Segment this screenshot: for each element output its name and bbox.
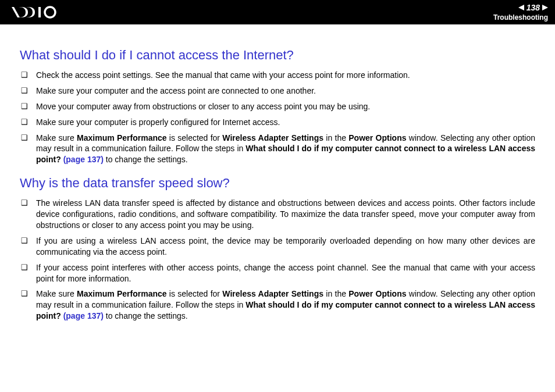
text: in the	[323, 289, 348, 298]
list-item: Make sure Maximum Performance is selecte…	[20, 133, 535, 166]
vaio-logo	[12, 6, 64, 19]
text: to change the settings.	[104, 311, 188, 320]
list-item: Move your computer away from obstruction…	[20, 101, 535, 112]
list-item: If you are using a wireless LAN access p…	[20, 236, 535, 258]
answer-list-2: The wireless LAN data transfer speed is …	[20, 198, 535, 322]
page-link[interactable]: (page 137)	[63, 311, 104, 320]
text: in the	[323, 133, 348, 142]
page-navigation: 138	[518, 3, 548, 12]
bold-text: Wireless Adapter Settings	[222, 289, 323, 298]
list-item: Check the access point settings. See the…	[20, 70, 535, 81]
question-heading-1: What should I do if I cannot access the …	[20, 48, 535, 63]
page-number: 138	[526, 3, 540, 12]
text: to change the settings.	[104, 155, 188, 164]
header-right: 138 Troubleshooting	[493, 3, 548, 22]
next-page-arrow-icon[interactable]	[542, 5, 548, 10]
page-content: What should I do if I cannot access the …	[0, 24, 555, 339]
question-heading-2: Why is the data transfer speed slow?	[20, 176, 535, 191]
prev-page-arrow-icon[interactable]	[518, 5, 524, 10]
list-item: If your access point interferes with oth…	[20, 262, 535, 284]
svg-rect-0	[38, 7, 41, 17]
list-item: Make sure your computer and the access p…	[20, 85, 535, 97]
bold-text: Power Options	[348, 133, 406, 142]
section-title: Troubleshooting	[493, 13, 548, 22]
bold-text: Power Options	[348, 289, 406, 298]
bold-text: Maximum Performance	[77, 289, 166, 298]
list-item: The wireless LAN data transfer speed is …	[20, 198, 535, 231]
page-link[interactable]: (page 137)	[63, 155, 104, 164]
bold-text: Maximum Performance	[77, 133, 166, 142]
text: is selected for	[167, 289, 223, 298]
page-header: 138 Troubleshooting	[0, 0, 555, 24]
text: Make sure	[36, 133, 77, 142]
svg-point-1	[45, 7, 55, 17]
text: is selected for	[167, 133, 223, 142]
list-item: Make sure your computer is properly conf…	[20, 117, 535, 128]
bold-text: Wireless Adapter Settings	[222, 133, 323, 142]
answer-list-1: Check the access point settings. See the…	[20, 70, 535, 165]
list-item: Make sure Maximum Performance is selecte…	[20, 288, 535, 322]
text: Make sure	[36, 289, 77, 298]
